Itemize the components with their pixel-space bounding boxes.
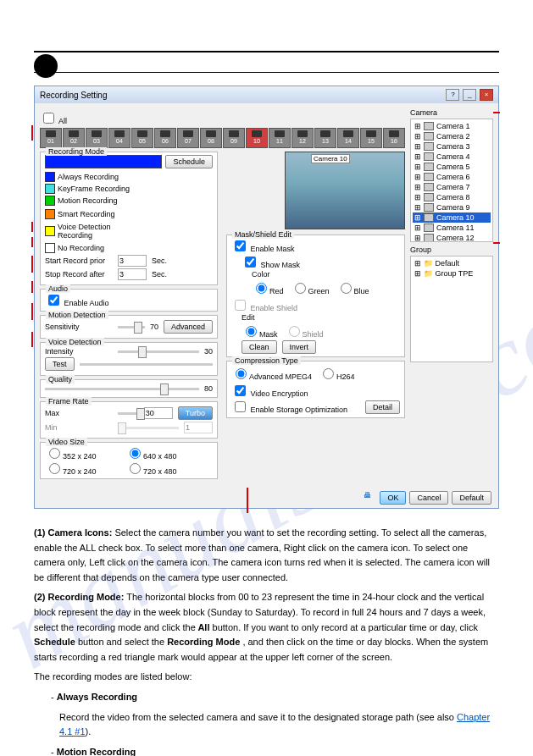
quality-slider[interactable]: [45, 388, 199, 390]
all-checkbox[interactable]: [43, 113, 54, 124]
size-radio[interactable]: [49, 448, 60, 459]
list-item[interactable]: ⊞ Camera 12: [413, 233, 491, 242]
camera-thumb[interactable]: 04: [108, 128, 130, 148]
camera-thumb[interactable]: 07: [177, 128, 199, 148]
list-item[interactable]: ⊞ Camera 4: [413, 152, 491, 162]
h264-radio[interactable]: [323, 368, 334, 379]
callout-line: [31, 125, 33, 141]
start-prior-label: Start Record prior: [45, 257, 113, 265]
help-icon[interactable]: 🖶: [364, 491, 371, 505]
mode-keyframe[interactable]: KeyFrame Recording: [58, 185, 130, 193]
mode-no[interactable]: No Recording: [58, 244, 104, 252]
framerate-legend: Frame Rate: [46, 397, 92, 406]
advanced-button[interactable]: Advanced: [164, 320, 213, 334]
size-radio[interactable]: [130, 463, 141, 474]
camera-thumb[interactable]: 08: [200, 128, 222, 148]
mask-radio[interactable]: [246, 326, 257, 337]
camera-thumb[interactable]: 03: [86, 128, 108, 148]
start-prior-input[interactable]: [118, 255, 147, 267]
camera-thumb-selected[interactable]: 10: [246, 128, 268, 148]
list-item[interactable]: ⊞ Camera 6: [413, 172, 491, 182]
size-radio[interactable]: [130, 448, 141, 459]
turbo-button[interactable]: Turbo: [178, 406, 213, 420]
color-green-radio[interactable]: [295, 283, 306, 294]
list-item[interactable]: ⊞ Camera 3: [413, 141, 491, 152]
enable-mask-checkbox[interactable]: [235, 240, 246, 251]
list-item[interactable]: ⊞ Camera 9: [413, 202, 491, 212]
list-item[interactable]: ⊞ Camera 5: [413, 162, 491, 172]
close-button[interactable]: ×: [480, 89, 493, 101]
callout-line: [247, 488, 248, 513]
intensity-slider[interactable]: [118, 350, 199, 353]
camera-thumb[interactable]: 02: [63, 128, 85, 148]
storage-opt-checkbox[interactable]: [235, 401, 246, 412]
list-item[interactable]: ⊞ Camera 8: [413, 192, 491, 202]
camera-thumb[interactable]: 06: [154, 128, 176, 148]
sensitivity-slider[interactable]: [118, 326, 145, 328]
body-text: (1) Camera Icons: Select the camera numb…: [34, 526, 499, 756]
min-slider: [118, 427, 179, 429]
list-item[interactable]: ⊞ Camera 11: [413, 223, 491, 233]
schedule-button[interactable]: Schedule: [165, 155, 213, 168]
stop-after-input[interactable]: [118, 268, 147, 280]
enable-audio-label: Enable Audio: [64, 299, 109, 307]
detail-button[interactable]: Detail: [365, 400, 400, 414]
camera-thumb[interactable]: 15: [360, 128, 382, 148]
camera-thumb[interactable]: 12: [291, 128, 314, 148]
mode-smart[interactable]: Smart Recording: [58, 210, 115, 218]
list-item-selected[interactable]: ⊞ Camera 10: [413, 212, 491, 223]
color-label: Color: [252, 270, 400, 279]
default-button[interactable]: Default: [452, 491, 491, 505]
enable-mask-label: Enable Mask: [251, 245, 295, 253]
mask-shield-group: Mask/Shield Edit Enable Mask Show Mask C…: [226, 235, 405, 357]
mode-motion[interactable]: Motion Recording: [58, 196, 118, 205]
group-list[interactable]: ⊞ 📁 Default ⊞ 📁 Group TPE: [410, 256, 493, 362]
color-red-radio[interactable]: [256, 283, 267, 294]
callout-line: [31, 256, 33, 273]
camera-list[interactable]: ⊞ Camera 1 ⊞ Camera 2 ⊞ Camera 3 ⊞ Camer…: [410, 119, 493, 242]
list-item[interactable]: ⊞ 📁 Group TPE: [413, 268, 491, 279]
max-slider[interactable]: [118, 412, 139, 415]
camera-thumb[interactable]: 14: [337, 128, 359, 148]
schedule-bar[interactable]: [45, 155, 162, 168]
camera-thumb[interactable]: 09: [223, 128, 245, 148]
edit-label: Edit: [242, 313, 400, 322]
cancel-button[interactable]: Cancel: [409, 491, 448, 505]
show-mask-checkbox[interactable]: [245, 257, 256, 268]
camera-thumb[interactable]: 16: [383, 128, 405, 148]
color-blue-radio[interactable]: [341, 283, 352, 294]
max-input[interactable]: [144, 407, 173, 419]
list-item[interactable]: ⊞ 📁 Default: [413, 258, 491, 268]
mode-voice[interactable]: Voice Detection Recording: [58, 223, 147, 240]
enable-audio-checkbox[interactable]: [48, 295, 59, 306]
test-button[interactable]: Test: [45, 357, 75, 371]
list-item[interactable]: ⊞ Camera 7: [413, 182, 491, 192]
voice-detection-group: Voice Detection Intensity30 Test: [40, 342, 218, 376]
callout-line: [31, 303, 33, 320]
mpeg4-radio[interactable]: [236, 368, 247, 379]
invert-button[interactable]: Invert: [282, 340, 317, 354]
all-label: All: [58, 117, 67, 125]
ok-button[interactable]: OK: [380, 491, 406, 505]
videosize-legend: Video Size: [46, 438, 87, 446]
video-encryption-checkbox[interactable]: [235, 385, 246, 396]
group-panel-title: Group: [410, 246, 493, 254]
callout-line: [493, 242, 500, 244]
recording-mode-legend: Recording Mode: [46, 147, 107, 156]
list-item[interactable]: ⊞ Camera 2: [413, 131, 491, 141]
clean-button[interactable]: Clean: [242, 340, 277, 354]
camera-panel-title: Camera: [410, 108, 493, 117]
enable-shield-checkbox: [235, 300, 246, 311]
callout-line: [31, 237, 33, 247]
camera-thumb[interactable]: 01: [40, 128, 62, 148]
minimize-button[interactable]: _: [463, 89, 476, 101]
camera-thumb[interactable]: 11: [269, 128, 291, 148]
max-label: Max: [45, 409, 113, 417]
list-item[interactable]: ⊞ Camera 1: [413, 121, 491, 131]
camera-thumb[interactable]: 13: [314, 128, 336, 148]
callout-line: [31, 281, 33, 293]
size-radio[interactable]: [49, 463, 60, 474]
camera-thumb[interactable]: 05: [131, 128, 153, 148]
mode-always[interactable]: Always Recording: [58, 173, 119, 181]
help-button[interactable]: ?: [446, 89, 459, 101]
